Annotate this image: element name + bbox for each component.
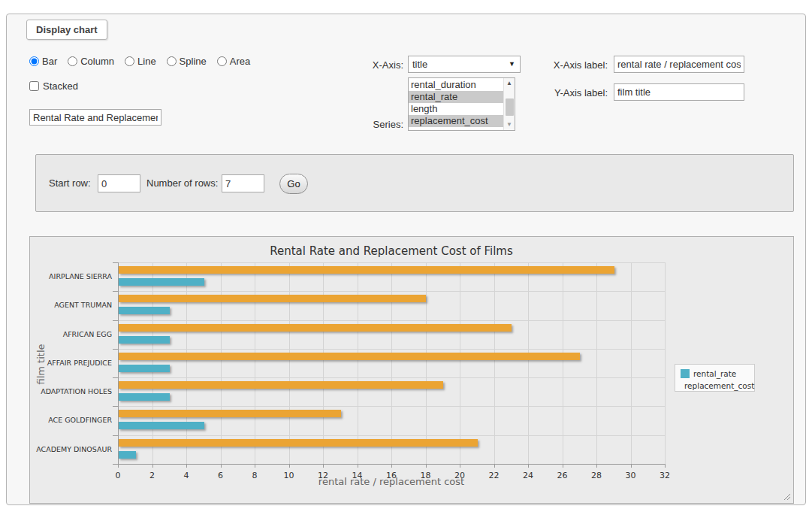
resize-grip-icon[interactable]: [783, 492, 790, 500]
chart-type-option-column[interactable]: Column: [68, 56, 114, 67]
grid-line: [528, 262, 529, 464]
bar-rental_rate[interactable]: [119, 278, 204, 286]
chart-type-option-bar[interactable]: Bar: [29, 56, 57, 67]
x-tick-label: 24: [517, 471, 539, 480]
bar-replacement_cost[interactable]: [119, 410, 341, 417]
chart-legend: rental_rate replacement_cost: [675, 364, 755, 392]
chart-type-label: Line: [137, 56, 156, 67]
y-axis-label-input[interactable]: [614, 83, 744, 101]
x-axis-tick: [665, 464, 666, 468]
series-label: Series:: [343, 119, 403, 130]
x-tick-label: 2: [141, 471, 164, 480]
chart-type-option-spline[interactable]: Spline: [167, 56, 207, 67]
listbox-scrollbar[interactable]: ▲ ▼: [503, 78, 515, 130]
scrollbar-thumb[interactable]: [506, 98, 514, 116]
grid-line: [152, 262, 153, 464]
grid-line: [665, 262, 666, 464]
legend-item-rental-rate[interactable]: rental_rate: [681, 368, 754, 379]
x-tick-label: 14: [346, 471, 369, 480]
grid-line: [426, 262, 427, 464]
rows-panel: Start row: Number of rows: Go: [35, 154, 794, 212]
grid-line: [118, 377, 665, 378]
x-tick-label: 26: [551, 471, 574, 480]
grid-line: [563, 262, 563, 464]
legend-label: replacement_cost: [684, 381, 754, 390]
x-axis-label-input[interactable]: [614, 56, 744, 73]
series-listbox[interactable]: rental_durationrental_ratelengthreplacem…: [408, 77, 515, 131]
chart-type-label: Area: [230, 56, 250, 67]
bar-replacement_cost[interactable]: [119, 324, 512, 332]
y-axis-label-caption: Y-Axis label:: [542, 87, 608, 98]
bar-rental_rate[interactable]: [119, 451, 136, 459]
y-axis-line: [118, 262, 119, 465]
bar-replacement_cost[interactable]: [119, 295, 426, 302]
series-option-rental_duration[interactable]: rental_duration: [409, 79, 503, 91]
category-label: AFFAIR PREJUDICE: [35, 359, 112, 367]
x-axis-label-caption: X-Axis label:: [542, 59, 608, 71]
grid-line: [118, 262, 665, 263]
chart-panel: Rental Rate and Replacement Cost of Film…: [29, 236, 794, 504]
x-tick-label: 6: [210, 471, 232, 480]
scroll-down-icon[interactable]: ▼: [504, 120, 515, 130]
bar-rental_rate[interactable]: [119, 365, 170, 372]
grid-line: [460, 262, 460, 464]
x-tick-label: 0: [107, 471, 129, 480]
grid-line: [494, 262, 495, 464]
scroll-up-icon[interactable]: ▲: [504, 78, 515, 89]
start-row-input[interactable]: [98, 174, 140, 192]
grid-line: [596, 262, 597, 464]
chart-type-label: Column: [80, 56, 114, 67]
series-option-rental_rate[interactable]: rental_rate: [409, 91, 503, 103]
stacked-label: Stacked: [43, 80, 78, 92]
legend-item-replacement-cost[interactable]: replacement_cost: [681, 380, 754, 391]
grid-line: [118, 349, 665, 350]
stacked-checkbox[interactable]: [29, 81, 39, 91]
series-listbox-options: rental_durationrental_ratelengthreplacem…: [409, 79, 503, 127]
stacked-option[interactable]: Stacked: [29, 80, 78, 92]
bar-rental_rate[interactable]: [119, 422, 204, 429]
bar-replacement_cost[interactable]: [119, 353, 580, 360]
x-tick-label: 20: [448, 471, 471, 480]
bar-rental_rate[interactable]: [119, 307, 170, 314]
chart-title: Rental Rate and Replacement Cost of Film…: [118, 244, 665, 258]
legend-swatch-rental-rate: [681, 369, 690, 378]
grid-line: [358, 262, 358, 464]
chart-type-radio-line[interactable]: [125, 56, 134, 66]
bar-replacement_cost[interactable]: [119, 439, 478, 447]
chart-type-label: Bar: [42, 56, 57, 67]
chart-title-input[interactable]: [29, 109, 161, 126]
grid-line: [391, 262, 392, 464]
display-chart-tab: Display chart: [26, 20, 107, 40]
series-option-length[interactable]: length: [409, 103, 503, 115]
chart-type-radio-spline[interactable]: [167, 56, 177, 66]
chart-type-radio-area[interactable]: [217, 56, 227, 66]
category-label: ACE GOLDFINGER: [35, 417, 112, 424]
rows-form: Start row: Number of rows: Go: [36, 174, 793, 194]
chart-type-radio-column[interactable]: [68, 56, 77, 66]
num-rows-input[interactable]: [222, 174, 264, 192]
x-axis-select[interactable]: title ▼: [408, 56, 521, 73]
series-option-replacement_cost[interactable]: replacement_cost: [409, 115, 503, 127]
chart-type-radio-bar[interactable]: [29, 56, 39, 66]
grid-line: [323, 262, 324, 464]
category-label: AGENT TRUMAN: [35, 301, 112, 309]
grid-line: [221, 262, 222, 464]
x-tick-label: 28: [585, 471, 608, 480]
x-axis-label: X-Axis:: [343, 59, 403, 71]
y-axis-tick: [113, 349, 118, 350]
chart-type-option-area[interactable]: Area: [217, 56, 250, 67]
bar-replacement_cost[interactable]: [119, 266, 614, 274]
x-tick-label: 18: [415, 471, 437, 480]
bar-replacement_cost[interactable]: [119, 381, 443, 389]
x-tick-label: 16: [380, 471, 403, 480]
grid-line: [186, 262, 187, 464]
x-tick-label: 30: [620, 471, 642, 480]
go-button[interactable]: Go: [279, 174, 308, 194]
x-tick-label: 22: [483, 471, 506, 480]
bar-rental_rate[interactable]: [119, 393, 170, 401]
x-tick-label: 12: [312, 471, 334, 480]
grid-line: [118, 291, 665, 292]
legend-label: rental_rate: [693, 369, 736, 378]
bar-rental_rate[interactable]: [119, 336, 170, 344]
chart-type-option-line[interactable]: Line: [125, 56, 156, 67]
